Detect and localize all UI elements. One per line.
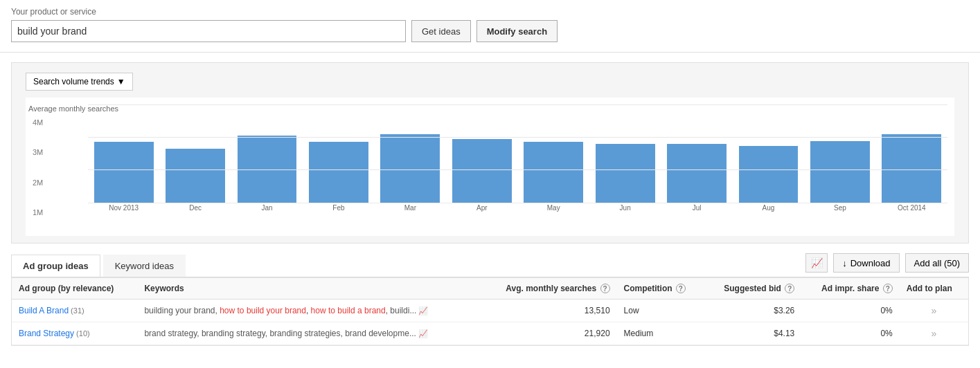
search-volume-label: Search volume trends (33, 77, 114, 86)
suggested-bid-cell-1: $4.13 (704, 322, 802, 345)
keywords-suffix-0: , buildi... (386, 306, 417, 315)
col-impr-label: Ad impr. share (821, 284, 879, 293)
keywords-cell-1: brand strategy, branding strategy, brand… (137, 322, 481, 345)
y-label-4m: 4M (33, 118, 43, 127)
bar-label-8: Jul (663, 204, 729, 212)
bar-col-11 (879, 104, 945, 203)
col-ad-group-label: Ad group (by relevance) (19, 284, 114, 293)
impr-share-help-icon[interactable]: ? (883, 284, 893, 293)
modify-search-button[interactable]: Modify search (476, 20, 558, 42)
keywords-cell-0: building your brand, how to build your b… (137, 300, 481, 322)
bar-col-8 (663, 104, 729, 203)
bar-col-10 (807, 104, 873, 203)
chart-icon: 📈 (811, 257, 823, 268)
col-bid-label: Suggested bid (724, 284, 781, 293)
col-avg-monthly: Avg. monthly searches ? (481, 278, 616, 300)
col-add-to-plan: Add to plan (900, 278, 968, 300)
bar-label-2: Jan (234, 204, 300, 212)
bar-label-0: Nov 2013 (91, 204, 157, 212)
col-add-label: Add to plan (907, 284, 952, 293)
competition-help-icon[interactable]: ? (676, 284, 686, 293)
bar-label-7: Jun (592, 204, 658, 212)
chart-icon-button[interactable]: 📈 (805, 253, 828, 273)
bar-2[interactable] (238, 136, 297, 203)
download-button[interactable]: ↓ Download (833, 253, 899, 273)
col-avg-label: Avg. monthly searches (506, 284, 596, 293)
tabs-row: Ad group ideas Keyword ideas 📈 ↓ Downloa… (11, 253, 969, 277)
ad-group-count-0: (31) (69, 306, 84, 315)
chevron-down-icon: ▼ (117, 77, 125, 86)
bar-col-3 (305, 104, 371, 203)
bar-7[interactable] (596, 144, 655, 203)
tab-keyword-ideas[interactable]: Keyword ideas (103, 255, 186, 277)
tab-ad-group-ideas[interactable]: Ad group ideas (11, 255, 100, 277)
bar-col-1 (162, 104, 228, 203)
ad-group-cell-1: Brand Strategy (10) (12, 322, 137, 345)
ad-group-link-1[interactable]: Brand Strategy (19, 329, 74, 338)
ad-impr-share-cell-1: 0% (801, 322, 899, 345)
y-label-3m: 3M (33, 148, 43, 156)
competition-cell-0: Low (617, 300, 704, 322)
bar-label-1: Dec (162, 204, 228, 212)
col-keywords-label: Keywords (144, 284, 184, 293)
y-label-2m: 2M (33, 178, 43, 187)
avg-monthly-cell-0: 13,510 (481, 300, 616, 322)
table-header-row: Ad group (by relevance) Keywords Avg. mo… (12, 278, 968, 300)
tabs-left: Ad group ideas Keyword ideas (11, 254, 188, 276)
bar-label-11: Oct 2014 (879, 204, 945, 212)
chart-header: Search volume trends ▼ (26, 73, 954, 91)
chart-section: Search volume trends ▼ Average monthly s… (11, 62, 969, 243)
tabs-section: Ad group ideas Keyword ideas 📈 ↓ Downloa… (0, 253, 980, 277)
col-suggested-bid: Suggested bid ? (704, 278, 802, 300)
col-ad-group: Ad group (by relevance) (12, 278, 137, 300)
keyword-chart-icon-1[interactable]: 📈 (416, 329, 428, 338)
add-to-plan-arrow-1[interactable]: » (931, 328, 936, 339)
bar-11[interactable] (882, 134, 941, 203)
table-row: Build A Brand (31)building your brand, h… (12, 300, 968, 322)
bid-help-icon[interactable]: ? (785, 284, 794, 293)
bar-4[interactable] (380, 134, 440, 203)
avg-monthly-help-icon[interactable]: ? (600, 284, 610, 293)
col-ad-impr-share: Ad impr. share ? (801, 278, 899, 300)
bar-col-9 (736, 104, 801, 203)
ad-impr-share-cell-0: 0% (801, 300, 899, 322)
keyword-chart-icon-0[interactable]: 📈 (416, 306, 428, 315)
table-row: Brand Strategy (10)brand strategy, brand… (12, 322, 968, 345)
search-volume-trends-button[interactable]: Search volume trends ▼ (26, 73, 133, 91)
results-table: Ad group (by relevance) Keywords Avg. mo… (12, 278, 968, 345)
col-keywords: Keywords (137, 278, 481, 300)
get-ideas-button[interactable]: Get ideas (411, 20, 471, 42)
table-body: Build A Brand (31)building your brand, h… (12, 300, 968, 345)
ad-group-cell-0: Build A Brand (31) (12, 300, 137, 322)
bar-10[interactable] (810, 141, 870, 203)
bar-5[interactable] (452, 139, 512, 203)
suggested-bid-cell-0: $3.26 (704, 300, 802, 322)
avg-monthly-cell-1: 21,920 (481, 322, 616, 345)
chart-area: Average monthly searches 4M 3M 2M 1M Nov… (26, 98, 954, 236)
bar-label-10: Sep (807, 204, 873, 212)
ad-group-count-1: (10) (74, 329, 90, 338)
add-to-plan-cell-1: » (900, 322, 968, 345)
bar-3[interactable] (309, 142, 368, 203)
add-all-button[interactable]: Add all (50) (905, 253, 969, 273)
keyword-red-link-0-1[interactable]: how to build a brand (311, 306, 386, 315)
col-competition: Competition ? (617, 278, 704, 300)
bar-8[interactable] (667, 144, 727, 203)
bar-0[interactable] (94, 142, 154, 203)
tabs-right: 📈 ↓ Download Add all (50) (805, 253, 969, 277)
bar-1[interactable] (166, 149, 225, 203)
search-row: Get ideas Modify search (11, 20, 969, 42)
table-section: Ad group (by relevance) Keywords Avg. mo… (11, 277, 969, 346)
add-to-plan-arrow-0[interactable]: » (931, 305, 936, 316)
search-input[interactable] (11, 20, 406, 42)
download-icon: ↓ (842, 258, 847, 268)
keyword-red-link-0-0[interactable]: how to build your brand (220, 306, 306, 315)
bar-label-5: Apr (449, 204, 515, 212)
top-section: Your product or service Get ideas Modify… (0, 0, 980, 53)
bar-9[interactable] (739, 146, 799, 203)
bar-6[interactable] (524, 142, 583, 203)
download-label: Download (850, 258, 891, 268)
col-competition-label: Competition (624, 284, 672, 293)
ad-group-link-0[interactable]: Build A Brand (19, 306, 69, 315)
keyword-comma: , (306, 306, 311, 315)
